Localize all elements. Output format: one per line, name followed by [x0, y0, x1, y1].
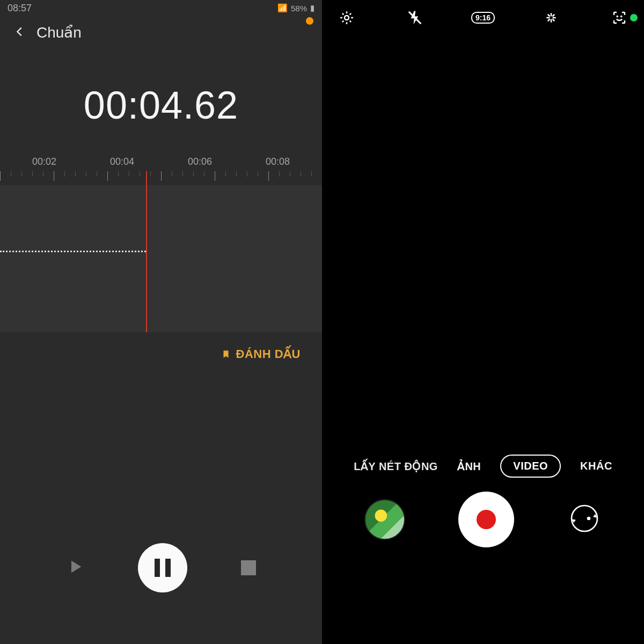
- tick-label: 00:02: [32, 156, 56, 167]
- pause-button[interactable]: [138, 543, 187, 592]
- battery-icon: ▮: [310, 3, 314, 13]
- switch-camera-button[interactable]: [567, 501, 602, 538]
- svg-point-5: [587, 517, 590, 521]
- play-button[interactable]: [66, 558, 84, 578]
- camera-top-bar: 9:16: [322, 0, 644, 26]
- recording-indicator-dot: [306, 17, 313, 25]
- flash-toggle[interactable]: [402, 10, 428, 26]
- svg-point-3: [621, 16, 621, 17]
- mode-video-selected[interactable]: VIDEO: [500, 455, 561, 478]
- tick-label: 00:08: [266, 156, 290, 167]
- status-bar: 08:57 📶 58% ▮: [0, 0, 322, 16]
- switch-camera-icon: [567, 501, 602, 536]
- status-right: 📶 58% ▮: [277, 3, 314, 13]
- aspect-ratio-label: 9:16: [471, 12, 495, 24]
- svg-point-4: [572, 506, 597, 531]
- waveform-trace: [0, 251, 146, 255]
- recorder-controls: [0, 543, 322, 592]
- bookmark-icon: [221, 348, 231, 360]
- camera-settings-button[interactable]: [334, 10, 360, 26]
- battery-label: 58%: [291, 4, 307, 13]
- stop-button[interactable]: [241, 560, 256, 575]
- camera-screen: 9:16 LẤY NÉT ĐỘNG ẢNH VIDEO KHÁC: [322, 0, 644, 644]
- record-dot-icon: [477, 510, 496, 529]
- timeline-tick-labels: 00:02 00:04 00:06 00:08: [0, 156, 322, 167]
- voice-recorder-screen: 08:57 📶 58% ▮ Chuẩn 00:04.62 00:02 00:04…: [0, 0, 322, 644]
- effects-button[interactable]: [538, 10, 564, 26]
- mode-more[interactable]: KHÁC: [580, 460, 612, 472]
- signal-icon: 📶: [277, 3, 288, 13]
- recorder-header: Chuẩn: [0, 16, 322, 47]
- mode-live-focus[interactable]: LẤY NÉT ĐỘNG: [354, 460, 438, 473]
- sparkle-icon: [543, 10, 559, 26]
- face-scan-icon: [611, 10, 627, 26]
- record-shutter-button[interactable]: [458, 492, 514, 547]
- waveform-timeline[interactable]: 00:02 00:04 00:06 00:08: [0, 171, 322, 332]
- mode-photo[interactable]: ẢNH: [457, 460, 481, 473]
- flash-off-icon: [407, 10, 423, 26]
- play-icon: [66, 558, 84, 576]
- bookmark-button[interactable]: ĐÁNH DẤU: [0, 347, 322, 361]
- bookmark-label: ĐÁNH DẤU: [236, 347, 301, 361]
- camera-bottom-bar: [322, 492, 644, 547]
- recorder-mode-title: Chuẩn: [36, 24, 82, 41]
- playhead-line: [146, 171, 147, 332]
- gear-icon: [339, 10, 355, 26]
- status-time: 08:57: [8, 3, 277, 14]
- filters-button[interactable]: [606, 10, 632, 26]
- chevron-left-icon: [14, 26, 26, 38]
- tick-label: 00:04: [110, 156, 134, 167]
- svg-point-0: [345, 16, 349, 20]
- tick-label: 00:06: [188, 156, 212, 167]
- aspect-ratio-button[interactable]: 9:16: [470, 12, 496, 24]
- camera-mode-selector[interactable]: LẤY NÉT ĐỘNG ẢNH VIDEO KHÁC: [322, 455, 644, 478]
- pause-icon: [155, 559, 171, 577]
- timeline-ruler: [0, 171, 322, 185]
- gallery-thumbnail[interactable]: [364, 499, 405, 540]
- svg-point-2: [617, 16, 618, 17]
- camera-active-indicator: [630, 14, 638, 21]
- record-timer: 00:04.62: [0, 83, 322, 127]
- back-button[interactable]: [14, 26, 26, 40]
